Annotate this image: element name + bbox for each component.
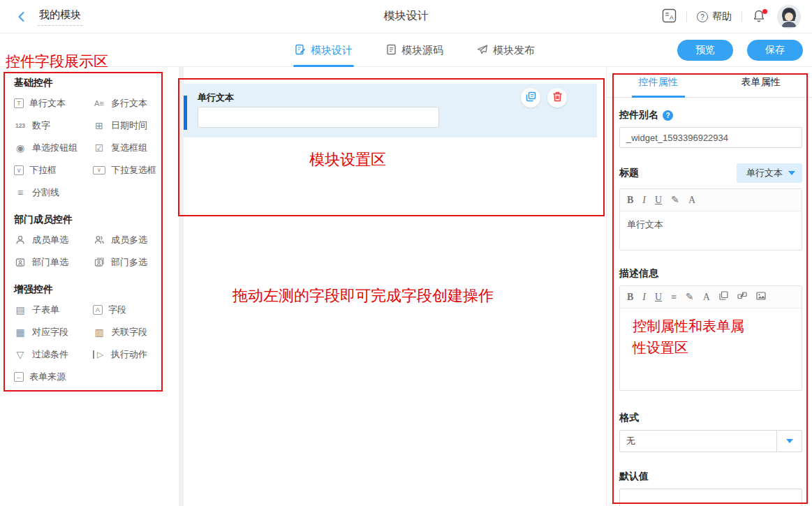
duplicate-widget-button[interactable] bbox=[521, 88, 540, 107]
selected-widget-card[interactable]: 单行文本 bbox=[184, 84, 597, 137]
notification-bell-icon[interactable] bbox=[752, 9, 767, 24]
sidebar-item-filter-condition[interactable]: ▽过滤条件 bbox=[14, 343, 93, 366]
align-icon[interactable]: ≡ bbox=[671, 292, 677, 303]
sidebar-item-form-source[interactable]: ←表单来源 bbox=[14, 366, 93, 388]
format-label: 格式 bbox=[619, 412, 639, 424]
publish-plane-icon bbox=[477, 44, 488, 57]
sidebar-item-dropdown-multi[interactable]: ∨下拉复选框 bbox=[93, 159, 173, 181]
action-icon: ▷ bbox=[93, 350, 105, 359]
sidebar-item-field[interactable]: A字段 bbox=[93, 299, 173, 321]
tab-module-design[interactable]: 模块设计 bbox=[293, 34, 354, 67]
italic-icon[interactable]: I bbox=[642, 195, 646, 206]
sidebar-item-member-multi[interactable]: 成员多选 bbox=[93, 229, 173, 251]
multi-line-text-icon: A≡ bbox=[93, 100, 105, 107]
description-editor-content[interactable] bbox=[620, 308, 802, 390]
alias-help-icon[interactable]: ? bbox=[663, 110, 673, 121]
divider bbox=[686, 11, 687, 22]
selection-accent-bar bbox=[184, 96, 187, 130]
format-select[interactable]: 无 bbox=[619, 430, 802, 452]
title-editor-content[interactable]: 单行文本 bbox=[620, 211, 802, 250]
pencil-icon[interactable]: ✎ bbox=[671, 194, 679, 206]
canvas-gutter bbox=[179, 67, 184, 506]
sidebar-item-member-single[interactable]: 成员单选 bbox=[14, 229, 93, 251]
user-avatar[interactable] bbox=[777, 5, 801, 29]
toolbar: 模块设计 模块源码 模块发布 预览 保存 bbox=[0, 34, 812, 67]
bold-icon[interactable]: B bbox=[627, 195, 633, 206]
copy-icon[interactable] bbox=[719, 291, 728, 303]
subform-icon: ▤ bbox=[14, 305, 27, 315]
default-value-label: 默认值 bbox=[619, 470, 649, 483]
sidebar-item-department-multi[interactable]: 部门多选 bbox=[93, 251, 173, 274]
title-label: 标题 bbox=[619, 167, 639, 179]
underline-icon[interactable]: U bbox=[655, 292, 662, 303]
divider-icon: ≡ bbox=[14, 188, 27, 198]
form-source-icon: ← bbox=[14, 372, 24, 382]
radio-group-icon: ◉ bbox=[14, 143, 27, 153]
sidebar-item-multi-line-text[interactable]: A≡多行文本 bbox=[93, 92, 173, 114]
chevron-down-icon bbox=[776, 431, 802, 452]
sidebar-item-execute-action[interactable]: ▷执行动作 bbox=[93, 343, 173, 366]
preview-button[interactable]: 预览 bbox=[677, 40, 733, 61]
design-doc-icon bbox=[295, 44, 306, 57]
sidebar-item-number[interactable]: 123数字 bbox=[14, 114, 93, 137]
field-icon: A bbox=[93, 305, 103, 315]
delete-widget-button[interactable] bbox=[547, 88, 567, 107]
sidebar-item-linked-field[interactable]: ▥关联字段 bbox=[93, 321, 173, 343]
bold-icon[interactable]: B bbox=[627, 292, 633, 303]
help-button[interactable]: ? 帮助 bbox=[697, 10, 732, 23]
help-label: 帮助 bbox=[712, 10, 732, 23]
sidebar-item-single-line-text[interactable]: T单行文本 bbox=[14, 92, 93, 114]
default-value-input[interactable] bbox=[619, 489, 802, 506]
section-title-members: 部门成员控件 bbox=[14, 214, 173, 226]
number-icon: 123 bbox=[14, 123, 27, 129]
description-rich-editor[interactable]: B I U ≡ ✎ A bbox=[619, 285, 802, 391]
sidebar-item-checkbox-group[interactable]: ☑复选框组 bbox=[93, 137, 173, 159]
image-icon[interactable] bbox=[756, 292, 766, 303]
notification-dot bbox=[762, 9, 767, 14]
checkbox-group-icon: ☑ bbox=[93, 143, 105, 153]
trash-icon bbox=[552, 91, 563, 105]
dropdown-multi-icon: ∨ bbox=[93, 166, 105, 174]
translate-icon[interactable]: A bbox=[662, 8, 677, 26]
description-label: 描述信息 bbox=[619, 267, 658, 280]
department-multi-icon bbox=[93, 257, 105, 268]
linked-field-icon: ▥ bbox=[93, 327, 105, 337]
sidebar-item-subform[interactable]: ▤子表单 bbox=[14, 299, 93, 321]
section-title-enhanced: 增强控件 bbox=[14, 283, 173, 296]
sidebar-item-radio-group[interactable]: ◉单选按钮组 bbox=[14, 137, 93, 159]
top-header: 我的模块 模块设计 A ? 帮助 bbox=[0, 0, 812, 34]
widget-text-input[interactable] bbox=[198, 107, 439, 128]
widget-type-dropdown[interactable]: 单行文本 bbox=[737, 163, 802, 183]
filter-icon: ▽ bbox=[14, 350, 27, 359]
member-single-icon bbox=[14, 235, 27, 246]
font-color-icon[interactable]: A bbox=[688, 195, 695, 206]
font-color-icon[interactable]: A bbox=[703, 292, 710, 303]
department-single-icon bbox=[14, 257, 27, 268]
dropdown-icon: ∨ bbox=[14, 165, 24, 175]
sidebar-item-department-single[interactable]: 部门单选 bbox=[14, 251, 93, 274]
sidebar-item-dropdown[interactable]: ∨下拉框 bbox=[14, 159, 93, 181]
module-name[interactable]: 我的模块 bbox=[38, 7, 82, 26]
pencil-icon[interactable]: ✎ bbox=[686, 291, 694, 303]
link-icon[interactable] bbox=[737, 291, 747, 303]
sidebar-item-divider-line[interactable]: ≡分割线 bbox=[14, 181, 93, 204]
sidebar-item-datetime[interactable]: ⊞日期时间 bbox=[93, 114, 173, 137]
question-circle-icon: ? bbox=[697, 11, 708, 22]
properties-panel: 控件属性 表单属性 控件别名 ? 标题 单行文本 B I U ✎ A 单行文本 bbox=[606, 67, 812, 506]
sidebar-item-mapped-field[interactable]: ▦对应字段 bbox=[14, 321, 93, 343]
back-icon[interactable] bbox=[15, 10, 28, 23]
tab-widget-properties[interactable]: 控件属性 bbox=[607, 67, 709, 97]
member-multi-icon bbox=[93, 235, 105, 246]
underline-icon[interactable]: U bbox=[655, 195, 662, 206]
tab-form-properties[interactable]: 表单属性 bbox=[709, 67, 812, 97]
tab-module-publish[interactable]: 模块发布 bbox=[475, 34, 536, 67]
save-button[interactable]: 保存 bbox=[747, 40, 803, 61]
design-canvas[interactable]: 单行文本 bbox=[184, 67, 606, 506]
italic-icon[interactable]: I bbox=[642, 292, 646, 303]
alias-input[interactable] bbox=[619, 127, 802, 148]
widget-label: 单行文本 bbox=[198, 91, 234, 104]
svg-text:A: A bbox=[670, 14, 674, 21]
widget-sidebar: 基础控件 T单行文本 A≡多行文本 123数字 ⊞日期时间 ◉单选按钮组 ☑复选… bbox=[0, 67, 173, 506]
title-rich-editor[interactable]: B I U ✎ A 单行文本 bbox=[619, 188, 802, 251]
tab-module-source[interactable]: 模块源码 bbox=[385, 34, 445, 67]
